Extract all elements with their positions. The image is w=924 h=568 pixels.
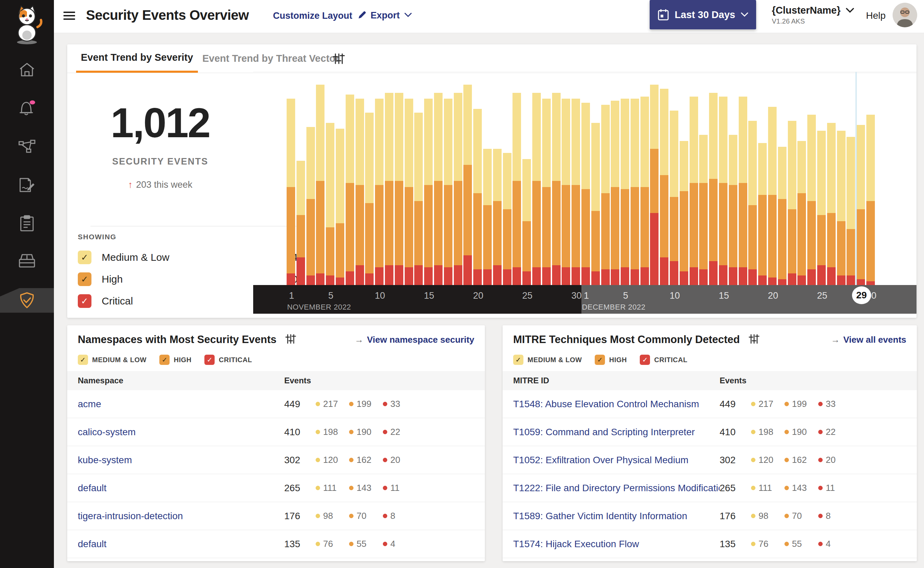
chart-bar-day-nov-14[interactable] xyxy=(414,113,424,286)
severity-checkbox-medium_low[interactable]: ✓ xyxy=(78,251,92,264)
chart-bar-day-dec-23[interactable] xyxy=(797,141,807,286)
severity-checkbox-medium_low[interactable]: ✓ xyxy=(78,355,88,365)
chart-bar-day-dec-15[interactable] xyxy=(719,97,729,286)
sidebar-item-alerts[interactable] xyxy=(0,95,54,120)
chart-bar-day-nov-21[interactable] xyxy=(483,149,493,286)
chart-bar-day-dec-18[interactable] xyxy=(748,121,758,286)
chart-bar-day-dec-5[interactable] xyxy=(621,99,630,286)
chart-bar-day-nov-29[interactable] xyxy=(562,99,571,286)
filter-sliders-icon[interactable] xyxy=(749,334,760,346)
chart-bar-day-dec-30[interactable] xyxy=(866,115,876,286)
chart-bar-day-dec-2[interactable] xyxy=(591,123,601,286)
chart-bar-day-nov-3[interactable] xyxy=(306,127,316,286)
chart-x-axis[interactable]: 151015202530NOVEMBER 2022151015202530DEC… xyxy=(253,285,916,314)
chart-bar-day-nov-6[interactable] xyxy=(336,129,346,286)
chart-bar-day-nov-12[interactable] xyxy=(395,93,405,286)
date-range-button[interactable]: Last 30 Days xyxy=(650,0,756,29)
chart-bar-day-dec-25[interactable] xyxy=(817,131,827,286)
selected-day-pill[interactable]: 29 xyxy=(852,286,871,304)
severity-checkbox-high[interactable]: ✓ xyxy=(595,355,605,365)
severity-checkbox-high[interactable]: ✓ xyxy=(159,355,170,365)
filter-chip-medium_low[interactable]: ✓MEDIUM & LOW xyxy=(78,355,146,365)
chart-bar-day-nov-24[interactable] xyxy=(512,93,522,286)
chart-bar-day-nov-1[interactable] xyxy=(286,99,297,286)
help-link[interactable]: Help xyxy=(866,10,886,21)
row-link[interactable]: default xyxy=(78,483,284,494)
row-link[interactable]: T1574: Hijack Execution Flow xyxy=(513,539,720,550)
user-avatar[interactable] xyxy=(892,3,917,27)
chart-bar-day-dec-7[interactable] xyxy=(641,97,650,286)
chart-bar-day-nov-16[interactable] xyxy=(434,93,444,286)
severity-checkbox-high[interactable]: ✓ xyxy=(78,272,92,286)
chart-bar-day-nov-10[interactable] xyxy=(375,99,385,286)
chart-bar-day-nov-28[interactable] xyxy=(552,93,562,286)
row-link[interactable]: T1548: Abuse Elevation Control Mechanism xyxy=(513,399,720,409)
chart-bar-day-dec-20[interactable] xyxy=(768,107,778,286)
chart-bar-day-dec-28[interactable] xyxy=(847,137,856,286)
chart-bar-day-dec-24[interactable] xyxy=(807,115,817,286)
chart-bar-day-dec-26[interactable] xyxy=(827,123,837,286)
sidebar-item-service-graph[interactable] xyxy=(0,134,54,159)
export-button[interactable]: Export xyxy=(371,10,412,21)
cluster-selector[interactable]: {ClusterName} V1.26 AKS xyxy=(772,5,854,25)
filter-chip-critical[interactable]: ✓CRITICAL xyxy=(640,355,687,365)
sidebar-item-compliance[interactable] xyxy=(0,211,54,236)
chart-bar-day-nov-13[interactable] xyxy=(405,99,415,286)
row-link[interactable]: default xyxy=(78,539,284,550)
sidebar-item-policies[interactable] xyxy=(0,173,54,197)
chart-bar-day-nov-7[interactable] xyxy=(346,95,356,286)
chart-bar-day-nov-18[interactable] xyxy=(454,93,464,286)
chart-bar-day-dec-29[interactable] xyxy=(856,125,866,286)
chart-bar-day-dec-9[interactable] xyxy=(660,89,670,286)
chart-bar-day-nov-22[interactable] xyxy=(493,149,503,286)
chart-bar-day-nov-26[interactable] xyxy=(532,93,542,286)
chart-bar-day-nov-17[interactable] xyxy=(444,99,454,286)
chart-bar-day-nov-4[interactable] xyxy=(316,85,326,286)
chart-bar-day-dec-21[interactable] xyxy=(778,147,788,286)
filter-chip-medium_low[interactable]: ✓MEDIUM & LOW xyxy=(513,355,582,365)
chart-bar-day-dec-13[interactable] xyxy=(699,135,709,286)
chart-bar-day-nov-23[interactable] xyxy=(503,153,513,286)
chart-bar-day-nov-27[interactable] xyxy=(542,99,552,286)
chart-bar-day-dec-14[interactable] xyxy=(709,93,719,286)
chart-bar-day-dec-22[interactable] xyxy=(788,121,798,286)
chart-bar-day-dec-19[interactable] xyxy=(758,143,768,286)
row-link[interactable]: calico-system xyxy=(78,427,284,438)
row-link[interactable]: tigera-intrusion-detection xyxy=(78,511,284,521)
chart-bar-day-nov-20[interactable] xyxy=(473,109,483,286)
row-link[interactable]: T1059: Command and Scripting Interpreter xyxy=(513,427,720,438)
chart-bar-day-dec-3[interactable] xyxy=(601,105,611,286)
chart-bar-day-nov-30[interactable] xyxy=(571,99,582,286)
severity-checkbox-critical[interactable]: ✓ xyxy=(78,294,92,308)
hamburger-menu-icon[interactable] xyxy=(63,9,75,22)
filter-sliders-icon[interactable] xyxy=(285,334,296,346)
chart-bar-day-nov-25[interactable] xyxy=(522,159,532,286)
row-link[interactable]: acme xyxy=(78,399,284,409)
filter-chip-high[interactable]: ✓HIGH xyxy=(595,355,627,365)
chart-bar-day-nov-19[interactable] xyxy=(463,85,473,286)
chart-bar-day-nov-11[interactable] xyxy=(385,93,395,286)
chart-bar-day-dec-16[interactable] xyxy=(729,135,739,286)
row-link[interactable]: T1589: Gather Victim Identity Informatio… xyxy=(513,511,720,521)
severity-checkbox-critical[interactable]: ✓ xyxy=(640,355,650,365)
calico-cat-logo[interactable] xyxy=(8,5,46,46)
chart-bar-day-nov-8[interactable] xyxy=(356,99,365,286)
chart-bar-day-dec-17[interactable] xyxy=(739,97,749,286)
chart-bar-day-nov-15[interactable] xyxy=(424,99,434,286)
filter-chip-critical[interactable]: ✓CRITICAL xyxy=(204,355,252,365)
chart-bar-day-dec-4[interactable] xyxy=(611,101,621,286)
chart-bar-day-dec-10[interactable] xyxy=(670,110,680,286)
chart-bar-day-nov-9[interactable] xyxy=(365,113,375,286)
chart-bar-day-dec-12[interactable] xyxy=(690,97,699,286)
chart-bar-day-dec-6[interactable] xyxy=(630,99,641,286)
sidebar-item-home[interactable] xyxy=(0,57,54,82)
customize-layout-button[interactable]: Customize Layout xyxy=(273,10,367,21)
severity-checkbox-critical[interactable]: ✓ xyxy=(204,355,215,365)
sidebar-item-threat-defense[interactable] xyxy=(0,288,54,313)
filter-chip-high[interactable]: ✓HIGH xyxy=(159,355,191,365)
chart-bar-day-nov-2[interactable] xyxy=(297,161,306,286)
view-namespace-security-link[interactable]: →View namespace security xyxy=(354,334,474,345)
severity-checkbox-medium_low[interactable]: ✓ xyxy=(513,355,523,365)
row-link[interactable]: T1222: File and Directory Permissions Mo… xyxy=(513,483,720,494)
row-link[interactable]: T1052: Exfiltration Over Physical Medium xyxy=(513,455,720,465)
